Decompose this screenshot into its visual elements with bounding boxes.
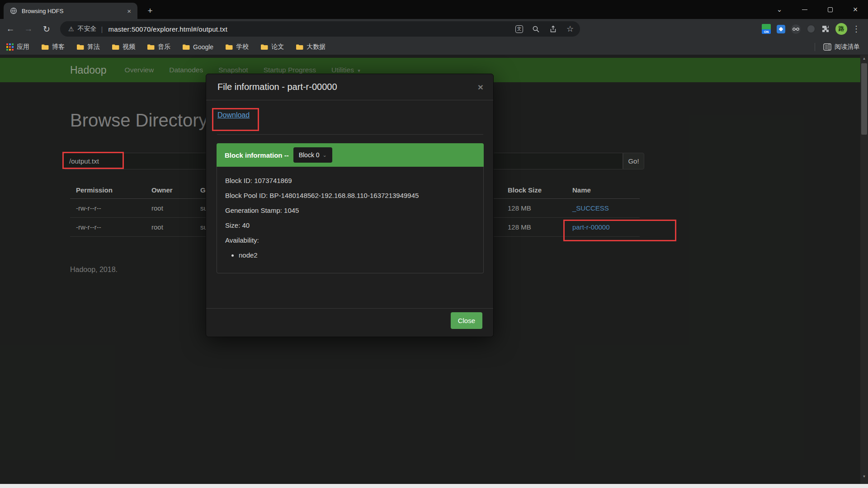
extension-blue-icon[interactable] xyxy=(777,25,785,33)
block-id-line: Block ID: 1073741869 xyxy=(225,173,475,188)
omnibox-divider: | xyxy=(101,25,103,33)
tab-search-icon[interactable]: ⌄ xyxy=(767,0,792,19)
block-select-dropdown[interactable]: Block 0 ⌄ xyxy=(293,147,332,163)
bookmark-star-icon[interactable]: ☆ xyxy=(566,24,575,33)
reading-list-label: 阅读清单 xyxy=(835,43,860,51)
profile-avatar[interactable]: 路 xyxy=(835,23,847,35)
tab-favicon-icon xyxy=(10,7,17,14)
bookmarks-divider xyxy=(815,43,815,51)
address-bar[interactable]: ⚠ 不安全 | master:50070/explorer.html#/outp… xyxy=(60,21,580,37)
bookmark-folder-5[interactable]: 学校 xyxy=(225,43,249,51)
extension-dark-icon[interactable] xyxy=(807,24,816,33)
bookmark-apps[interactable]: 应用 xyxy=(6,43,29,51)
folder-icon xyxy=(296,44,303,50)
annotation-box-path-input xyxy=(62,152,124,169)
new-tab-button[interactable]: + xyxy=(144,5,156,17)
availability-node-list: node2 xyxy=(239,248,475,263)
annotation-box-download xyxy=(212,108,259,131)
browser-toolbar: ← → ↻ ⚠ 不安全 | master:50070/explorer.html… xyxy=(0,19,868,39)
not-secure-warning-icon[interactable]: ⚠ xyxy=(68,25,74,33)
folder-icon xyxy=(41,44,49,50)
modal-header: File information - part-r-00000 × xyxy=(206,74,493,100)
bookmark-label: 算法 xyxy=(87,43,100,51)
bookmark-label: 视频 xyxy=(123,43,135,51)
modal-close-icon[interactable]: × xyxy=(478,82,483,93)
extensions-area: ON 路 xyxy=(762,19,847,39)
bookmark-folder-3[interactable]: 音乐 xyxy=(147,43,170,51)
tab-strip: Browsing HDFS × + ⌄ × xyxy=(0,0,868,19)
size-line: Size: 40 xyxy=(225,218,475,233)
extension-on-icon[interactable]: ON xyxy=(762,24,771,34)
translate-icon[interactable]: 文 xyxy=(515,25,523,33)
forward-icon[interactable]: → xyxy=(21,21,36,37)
bottom-strip xyxy=(0,484,868,488)
folder-icon xyxy=(112,44,119,50)
folder-icon xyxy=(76,44,84,50)
maximize-icon xyxy=(828,7,833,12)
extension-on-art xyxy=(762,24,771,29)
apps-grid-icon xyxy=(6,43,14,51)
window-controls: ⌄ × xyxy=(767,0,868,19)
bookmark-label: 学校 xyxy=(236,43,249,51)
url-text[interactable]: master:50070/explorer.html#/output.txt xyxy=(108,25,510,33)
bookmark-label: 大数据 xyxy=(307,43,326,51)
glasses-extension-icon[interactable] xyxy=(791,24,801,34)
reload-icon[interactable]: ↻ xyxy=(39,21,54,37)
tab-title: Browsing HDFS xyxy=(22,8,125,14)
bookmark-label: 博客 xyxy=(52,43,65,51)
share-icon[interactable] xyxy=(548,24,557,33)
scroll-down-icon[interactable]: ▼ xyxy=(860,474,868,479)
minimize-icon xyxy=(802,9,807,10)
bookmark-folder-6[interactable]: 论文 xyxy=(260,43,284,51)
modal-divider xyxy=(217,134,483,135)
minimize-button[interactable] xyxy=(792,0,817,19)
bookmarks-bar: 应用 博客 算法 视频 音乐 Google 学校 论文 xyxy=(0,39,868,55)
back-icon[interactable]: ← xyxy=(3,21,18,37)
block-pool-id-line: Block Pool ID: BP-1480148562-192.168.88.… xyxy=(225,188,475,203)
translate-glyph: 文 xyxy=(517,26,522,32)
block-panel-title: Block information -- xyxy=(225,151,289,159)
screen: Browsing HDFS × + ⌄ × ← → ↻ ⚠ 不安全 | mast… xyxy=(0,0,868,488)
folder-icon xyxy=(147,44,155,50)
block-panel-body: Block ID: 1073741869 Block Pool ID: BP-1… xyxy=(217,167,484,273)
bookmark-folder-7[interactable]: 大数据 xyxy=(296,43,326,51)
bookmark-folder-2[interactable]: 视频 xyxy=(112,43,135,51)
omnibox-actions: 文 ☆ xyxy=(515,24,575,33)
bookmark-folder-0[interactable]: 博客 xyxy=(41,43,65,51)
bookmark-label: Google xyxy=(193,43,213,51)
availability-line: Availability: xyxy=(225,233,475,248)
extensions-puzzle-icon[interactable] xyxy=(821,25,830,33)
extension-on-badge: ON xyxy=(762,29,771,34)
folder-icon xyxy=(182,44,190,50)
browser-tab[interactable]: Browsing HDFS × xyxy=(4,3,137,19)
page-scrollbar[interactable]: ▲ ▼ xyxy=(860,55,868,484)
bookmark-label: 音乐 xyxy=(158,43,170,51)
bookmark-label: 应用 xyxy=(17,43,29,51)
block-panel-header: Block information -- Block 0 ⌄ xyxy=(217,143,484,167)
scrollbar-thumb[interactable] xyxy=(861,63,867,135)
folder-icon xyxy=(225,44,233,50)
scroll-up-icon[interactable]: ▲ xyxy=(860,56,868,61)
reading-list-area: 阅读清单 xyxy=(815,43,862,51)
zoom-icon[interactable] xyxy=(531,24,540,33)
maximize-button[interactable] xyxy=(817,0,843,19)
browser-menu-icon[interactable]: ⋮ xyxy=(850,23,863,35)
annotation-box-part-r-00000 xyxy=(563,220,676,241)
bookmark-folder-4[interactable]: Google xyxy=(182,43,213,51)
reading-list-icon xyxy=(823,43,831,51)
generation-stamp-line: Generation Stamp: 1045 xyxy=(225,203,475,218)
bookmark-folder-1[interactable]: 算法 xyxy=(76,43,100,51)
block-select-value: Block 0 xyxy=(299,151,320,159)
close-button[interactable]: Close xyxy=(451,312,482,329)
bookmark-label: 论文 xyxy=(271,43,284,51)
security-label[interactable]: 不安全 xyxy=(78,25,97,33)
reading-list-button[interactable]: 阅读清单 xyxy=(823,43,860,51)
window-close-button[interactable]: × xyxy=(843,0,868,19)
availability-node: node2 xyxy=(239,248,475,263)
block-info-panel: Block information -- Block 0 ⌄ Block ID:… xyxy=(217,143,484,273)
modal-footer-divider xyxy=(206,308,493,309)
chevron-down-icon: ⌄ xyxy=(323,152,327,158)
folder-icon xyxy=(260,44,268,50)
tab-close-icon[interactable]: × xyxy=(125,7,133,15)
modal-title: File information - part-r-00000 xyxy=(217,82,478,92)
